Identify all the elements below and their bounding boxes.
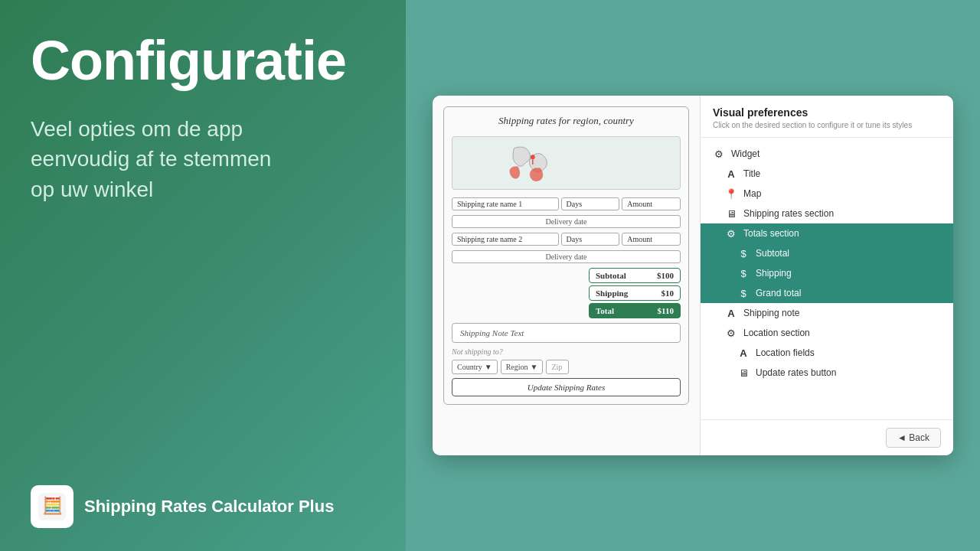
country-select[interactable]: Country ▼: [452, 360, 498, 374]
tree-label-shipping-rates-section: Shipping rates section: [743, 208, 941, 219]
ui-window: Shipping rates for region, country: [433, 96, 953, 455]
vp-footer: ◄ Back: [701, 419, 953, 455]
widget-border: Shipping rates for region, country: [443, 106, 689, 405]
tree-label-shipping-note: Shipping note: [743, 308, 941, 318]
subtotal-label: Subtotal: [596, 271, 626, 280]
vp-subtitle: Click on the desired section to configur…: [713, 121, 941, 129]
tree-label-widget: Widget: [731, 148, 941, 159]
map-svg: [452, 137, 680, 189]
rate2-name: Shipping rate name 2: [452, 233, 559, 246]
gear-icon-totals: ⚙: [725, 227, 737, 240]
tree-label-grand-total: Grand total: [756, 288, 941, 298]
subtitle-line3: op uw winkel: [31, 178, 153, 201]
dollar-icon-shipping: $: [737, 267, 750, 279]
tree-item-shipping-note[interactable]: A Shipping note: [701, 303, 953, 323]
back-button[interactable]: ◄ Back: [886, 428, 941, 448]
location-selects: Country ▼ Region ▼ Zip: [452, 360, 681, 374]
tree-item-title[interactable]: A Title: [701, 164, 953, 184]
left-content: Configuratie Veel opties om de app eenvo…: [31, 31, 375, 204]
region-chevron-icon: ▼: [531, 363, 538, 371]
brand-icon: 🧮: [31, 485, 74, 528]
tree-label-subtotal: Subtotal: [756, 248, 941, 259]
text-icon-location-fields: A: [737, 347, 750, 359]
tree-item-location-fields[interactable]: A Location fields: [701, 343, 953, 363]
tree-item-update-rates-button[interactable]: 🖥 Update rates button: [701, 363, 953, 383]
tree-label-update-rates-button: Update rates button: [756, 367, 941, 378]
tree-label-title: Title: [743, 168, 941, 179]
tree-item-shipping-rates-section[interactable]: 🖥 Shipping rates section: [701, 204, 953, 223]
svg-point-3: [531, 155, 535, 159]
tree-label-map: Map: [743, 188, 941, 199]
subtotal-value: $100: [657, 271, 674, 280]
widget-title: Shipping rates for region, country: [452, 115, 681, 127]
not-shipping-label: Not shipping to?: [452, 347, 681, 356]
vp-header: Visual preferences Click on the desired …: [701, 96, 953, 138]
total-label: Total: [596, 306, 614, 315]
subtitle-line2: eenvoudig af te stemmen: [31, 147, 271, 171]
tree-label-shipping: Shipping: [756, 268, 941, 279]
rate1-name: Shipping rate name 1: [452, 197, 559, 210]
subtitle-line1: Veel opties om de app: [31, 117, 243, 141]
screen-icon-shipping-rates: 🖥: [725, 207, 737, 220]
tree-item-map[interactable]: 📍 Map: [701, 184, 953, 204]
rate2-amount: Amount: [622, 233, 681, 246]
widget-preview: Shipping rates for region, country: [433, 96, 701, 455]
visual-preferences-panel: Visual preferences Click on the desired …: [701, 96, 953, 455]
right-panel: Shipping rates for region, country: [406, 0, 980, 551]
update-shipping-rates-button[interactable]: Update Shipping Rates: [452, 378, 681, 396]
rate2-delivery: Delivery date: [452, 250, 681, 263]
dollar-icon-grand-total: $: [737, 287, 750, 299]
rate-row-1: Shipping rate name 1 Days Amount: [452, 197, 681, 210]
left-panel: Configuratie Veel opties om de app eenvo…: [0, 0, 406, 551]
tree-item-shipping[interactable]: $ Shipping: [701, 263, 953, 283]
tree-item-subtotal[interactable]: $ Subtotal: [701, 243, 953, 263]
vp-tree: ⚙ Widget A Title 📍 Map 🖥 Shipping rates …: [701, 138, 953, 419]
brand-name: Shipping Rates Calculator Plus: [84, 497, 334, 517]
location-section: Not shipping to? Country ▼ Region ▼ Zip …: [452, 347, 681, 396]
gear-icon-location: ⚙: [725, 327, 737, 339]
region-label: Region: [506, 363, 528, 371]
shipping-label: Shipping: [596, 289, 628, 298]
country-chevron-icon: ▼: [485, 363, 492, 371]
shipping-row: Shipping $10: [589, 285, 681, 301]
total-value: $110: [658, 306, 674, 315]
zip-field[interactable]: Zip: [546, 360, 569, 374]
rate1-delivery: Delivery date: [452, 215, 681, 228]
region-select[interactable]: Region ▼: [501, 360, 544, 374]
total-row: Total $110: [589, 303, 681, 318]
brand-logo-icon: 🧮: [35, 490, 69, 523]
svg-text:🧮: 🧮: [42, 495, 64, 516]
text-icon-note: A: [725, 307, 737, 319]
rate2-days: Days: [561, 233, 620, 246]
subtotal-row: Subtotal $100: [589, 268, 681, 283]
vp-title: Visual preferences: [713, 106, 941, 119]
text-icon-title: A: [725, 168, 737, 180]
subtitle: Veel opties om de app eenvoudig af te st…: [31, 114, 375, 204]
shipping-value: $10: [662, 289, 675, 298]
main-title: Configuratie: [31, 31, 375, 91]
rate1-days: Days: [561, 197, 620, 210]
dollar-icon-subtotal: $: [737, 247, 750, 259]
shipping-note-box: Shipping Note Text: [452, 323, 681, 343]
country-label: Country: [457, 363, 482, 371]
screen-icon-update-rates: 🖥: [737, 367, 750, 379]
tree-item-location-section[interactable]: ⚙ Location section: [701, 323, 953, 343]
brand-footer: 🧮 Shipping Rates Calculator Plus: [31, 485, 375, 528]
tree-label-location-fields: Location fields: [756, 347, 941, 358]
tree-label-location-section: Location section: [743, 328, 941, 338]
totals-box: Subtotal $100 Shipping $10 Total $110: [589, 268, 681, 318]
gear-icon: ⚙: [713, 148, 725, 160]
tree-item-grand-total[interactable]: $ Grand total: [701, 283, 953, 303]
rate-row-2: Shipping rate name 2 Days Amount: [452, 233, 681, 246]
map-area: [452, 136, 681, 190]
tree-item-widget[interactable]: ⚙ Widget: [701, 144, 953, 164]
map-icon: 📍: [725, 187, 737, 200]
rate1-amount: Amount: [622, 197, 681, 210]
tree-label-totals-section: Totals section: [743, 228, 941, 239]
tree-item-totals-section[interactable]: ⚙ Totals section: [701, 223, 953, 243]
